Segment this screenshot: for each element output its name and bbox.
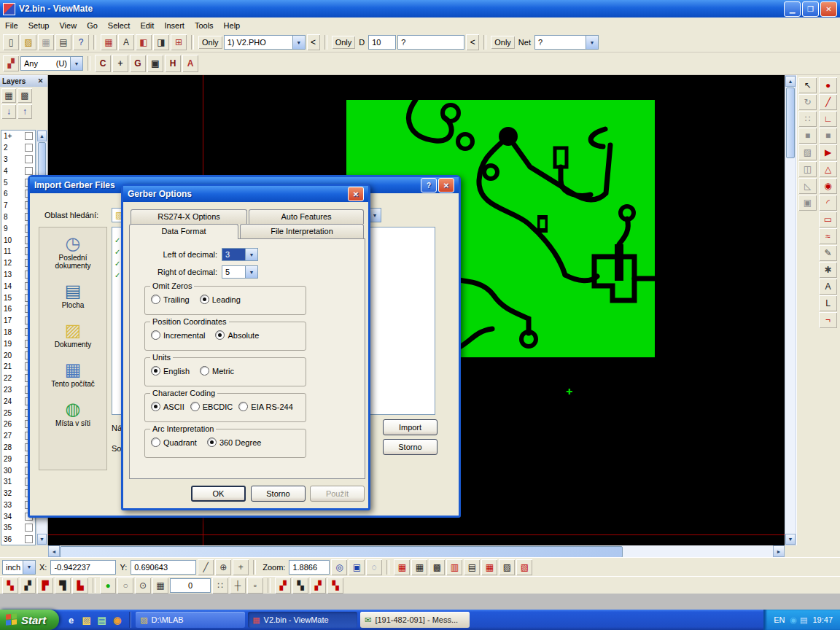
draw-line-icon[interactable]: ╱ bbox=[819, 94, 837, 110]
pouzit-button[interactable]: Použít bbox=[310, 486, 365, 502]
measure-tool-icon[interactable]: ⊞ bbox=[171, 34, 187, 50]
select-grid-icon[interactable]: ▧ bbox=[516, 559, 532, 575]
radio-360-degree[interactable]: 360 Degree bbox=[207, 438, 262, 447]
restore-button[interactable]: ❐ bbox=[802, 1, 819, 17]
draw-arc-icon[interactable]: ◜ bbox=[819, 195, 837, 211]
h-tool-icon[interactable]: H bbox=[165, 55, 181, 72]
add-text-icon[interactable]: A bbox=[819, 279, 837, 295]
close-icon[interactable]: ✕ bbox=[438, 178, 454, 192]
point-grid-icon[interactable]: ∷ bbox=[798, 111, 817, 127]
close-icon[interactable]: ✕ bbox=[36, 77, 45, 85]
messenger-tray-icon[interactable]: ◉ bbox=[790, 615, 797, 625]
zoom-window-icon[interactable]: ▣ bbox=[349, 559, 365, 575]
help-icon[interactable]: ? bbox=[421, 178, 437, 192]
target-tool-icon[interactable]: + bbox=[112, 55, 128, 72]
cancel-button[interactable]: Storno bbox=[383, 439, 438, 455]
scroll-down-icon[interactable]: ▼ bbox=[37, 534, 47, 545]
flash-pattern-icon-2[interactable]: ▚ bbox=[292, 578, 308, 594]
folder-launch-icon[interactable]: ▨ bbox=[80, 614, 93, 626]
flash-pad-icon[interactable]: ● bbox=[819, 77, 837, 93]
chevron-down-icon[interactable]: ▼ bbox=[245, 249, 257, 260]
select-layer-icon[interactable]: ◧ bbox=[136, 34, 152, 50]
online-status-icon[interactable]: ● bbox=[100, 578, 116, 594]
layer-row[interactable]: 2 bbox=[1, 142, 35, 154]
zoom-all-icon[interactable]: ◌ bbox=[366, 559, 382, 575]
pad-grid-icon[interactable]: ▩ bbox=[429, 559, 445, 575]
menu-setup[interactable]: Setup bbox=[23, 19, 55, 32]
grid-black-icon[interactable]: ▦ bbox=[411, 559, 427, 575]
chevron-down-icon[interactable]: ▼ bbox=[292, 36, 305, 49]
new-file-icon[interactable]: ▯ bbox=[3, 34, 19, 50]
layer-pattern-icon-4[interactable]: ▜ bbox=[55, 578, 71, 594]
draw-polyline-icon[interactable]: ∟ bbox=[819, 111, 837, 127]
task-viewmate[interactable]: ▦ V2.bin - ViewMate bbox=[248, 612, 357, 628]
place-recent-documents[interactable]: ◷ Poslední dokumenty bbox=[42, 235, 104, 270]
menu-help[interactable]: Help bbox=[219, 19, 246, 32]
scroll-down-icon[interactable]: ▼ bbox=[785, 534, 796, 545]
chevron-down-icon[interactable]: ▼ bbox=[23, 561, 35, 574]
desktop-launch-icon[interactable]: ▤ bbox=[96, 614, 108, 626]
grid-toggle-icon[interactable]: ▦ bbox=[152, 578, 168, 594]
draw-rectangle-icon[interactable]: ■ bbox=[819, 128, 837, 144]
only-dcode-toggle[interactable]: Only bbox=[332, 36, 356, 49]
scroll-right-icon[interactable]: ► bbox=[773, 545, 785, 557]
scroll-up-icon[interactable]: ▲ bbox=[37, 131, 47, 141]
radio-ascii[interactable]: ASCII bbox=[151, 402, 184, 411]
tab-data-format[interactable]: Data Format bbox=[129, 224, 238, 239]
canvas-hscrollbar[interactable]: ◄ ► bbox=[48, 545, 785, 557]
task-dmlab[interactable]: ▨ D:\MLAB bbox=[136, 612, 245, 628]
radio-incremental[interactable]: Incremental bbox=[151, 330, 205, 340]
settings-icon[interactable]: ✱ bbox=[819, 262, 837, 278]
pad-tool-icon[interactable]: ▣ bbox=[147, 55, 163, 72]
minimize-button[interactable]: ▁ bbox=[784, 1, 801, 17]
right-of-decimal-combo[interactable]: 5 ▼ bbox=[222, 265, 258, 279]
open-folder-icon[interactable]: ▨ bbox=[20, 34, 36, 50]
select-cursor-icon[interactable]: ↖ bbox=[798, 77, 817, 93]
sketch-icon[interactable]: ✎ bbox=[819, 245, 837, 261]
dcode-filter-field[interactable]: ? bbox=[397, 35, 464, 50]
close-button[interactable]: ✕ bbox=[820, 1, 837, 17]
menu-select[interactable]: Select bbox=[103, 19, 136, 32]
layer-down-icon[interactable]: ↓ bbox=[1, 104, 16, 119]
scroll-up-icon[interactable]: ▲ bbox=[785, 76, 796, 87]
draw-dashed-rect-icon[interactable]: ▭ bbox=[819, 211, 837, 228]
prev-layer-button[interactable]: < bbox=[307, 34, 320, 50]
tab-rs274x-options[interactable]: RS274-X Options bbox=[131, 209, 247, 224]
radio-english[interactable]: English bbox=[151, 366, 190, 376]
scrollbar-thumb[interactable] bbox=[60, 546, 623, 558]
start-button[interactable]: Start bbox=[0, 610, 59, 630]
only-layer-toggle[interactable]: Only bbox=[198, 36, 222, 49]
draw-circle-icon[interactable]: ◉ bbox=[819, 178, 837, 194]
layer-pattern-icon-1[interactable]: ▚ bbox=[2, 578, 18, 594]
radio-metric[interactable]: Metric bbox=[200, 366, 234, 376]
scale-icon[interactable]: ◺ bbox=[798, 178, 817, 194]
layer-row[interactable]: 3 bbox=[1, 154, 35, 166]
array-icon[interactable]: ▣ bbox=[798, 195, 817, 211]
scrollbar-thumb[interactable] bbox=[786, 88, 795, 158]
dimension-icon[interactable]: L bbox=[819, 295, 837, 311]
print-icon[interactable]: ▤ bbox=[55, 34, 71, 50]
flash-pattern-icon-4[interactable]: ▚ bbox=[327, 578, 343, 594]
unit-combo[interactable]: inch ▼ bbox=[2, 560, 36, 575]
layer-row[interactable]: 1+ bbox=[1, 131, 35, 142]
highlight-aperture-icon[interactable]: A bbox=[118, 34, 134, 50]
chevron-down-icon[interactable]: ▼ bbox=[586, 36, 598, 49]
radio-quadrant[interactable]: Quadrant bbox=[151, 438, 197, 447]
save-icon[interactable]: ▦ bbox=[38, 34, 54, 50]
draw-corner-icon[interactable]: ¬ bbox=[819, 312, 837, 328]
mixed-grid-icon[interactable]: ▨ bbox=[499, 559, 515, 575]
clock[interactable]: 19:47 bbox=[812, 615, 833, 624]
draw-curve-icon[interactable]: ≈ bbox=[819, 228, 837, 244]
chevron-down-icon[interactable]: ▼ bbox=[245, 266, 257, 278]
place-documents[interactable]: ▨ Dokumenty bbox=[42, 322, 104, 349]
rotate-view-icon[interactable]: ↻ bbox=[798, 94, 817, 110]
move-origin-icon[interactable]: + bbox=[233, 559, 249, 575]
language-indicator[interactable]: EN bbox=[774, 615, 785, 624]
draw-triangle-icon[interactable]: △ bbox=[819, 161, 837, 177]
left-of-decimal-combo[interactable]: 3 ▼ bbox=[222, 248, 258, 261]
snap-center-icon[interactable]: ┼ bbox=[230, 578, 246, 594]
layer-up-icon[interactable]: ↑ bbox=[18, 104, 32, 119]
radio-trailing[interactable]: Trailing bbox=[151, 295, 190, 304]
net-combo[interactable]: ? ▼ bbox=[534, 35, 599, 50]
place-desktop[interactable]: ▤ Plocha bbox=[42, 282, 104, 309]
